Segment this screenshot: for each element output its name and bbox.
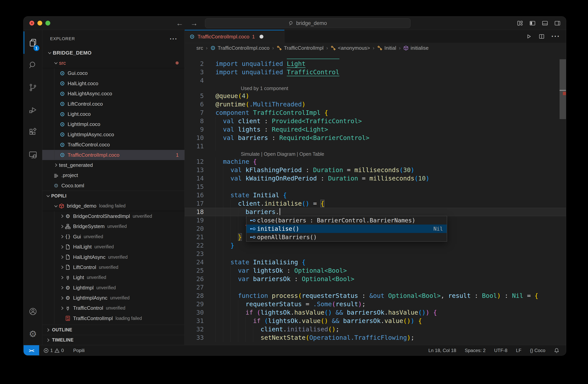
code-line-8[interactable]: 8 val client : Provided<TrafficControl> bbox=[185, 117, 566, 125]
forward-arrow-icon[interactable]: → bbox=[190, 19, 198, 27]
activity-explorer[interactable]: 1 bbox=[23, 31, 42, 54]
tree-item-liftcontrol[interactable]: LiftControlunverified bbox=[42, 262, 185, 272]
code-line-32[interactable]: 32 client.initialised(); bbox=[185, 325, 566, 334]
scrollbar-thumb[interactable] bbox=[560, 59, 566, 119]
tree-item-gui-coco[interactable]: Gui.coco bbox=[42, 68, 185, 78]
run-icon[interactable] bbox=[526, 33, 532, 40]
code-line-31[interactable]: 31 if (lightsOk.value() && barriersOk.va… bbox=[185, 317, 566, 325]
code-line-22[interactable]: 22 } bbox=[185, 241, 566, 250]
code-line-18[interactable]: 18 barriers. bbox=[185, 208, 566, 216]
code-line-23[interactable]: 23 bbox=[185, 250, 566, 258]
code-line-6[interactable]: 6@runtime(.MultiThreaded) bbox=[185, 100, 566, 108]
zoom-window-icon[interactable] bbox=[45, 21, 50, 25]
close-window-icon[interactable] bbox=[29, 21, 34, 25]
code-line-11[interactable]: 11 bbox=[185, 142, 566, 150]
code-line-3[interactable]: 3import unqualified TrafficControl bbox=[185, 68, 566, 76]
tree-item-project[interactable]: .project bbox=[42, 170, 185, 180]
encoding-status[interactable]: UTF-8 bbox=[494, 348, 507, 353]
tree-item-popili[interactable]: POPILI bbox=[42, 191, 185, 201]
tree-item-coco-toml[interactable]: ⚙Coco.toml bbox=[42, 180, 185, 191]
code-line-4[interactable]: 4 bbox=[185, 76, 566, 85]
code-line-28[interactable]: 28 function process(requesterStatus : &o… bbox=[185, 292, 566, 300]
tree-item-liftcontrol-coco[interactable]: LiftControl.coco bbox=[42, 99, 185, 109]
cursor-position-status[interactable]: Ln 18, Col 18 bbox=[428, 348, 456, 353]
code-line-10[interactable]: 10 val barriers : Required<BarrierContro… bbox=[185, 134, 566, 142]
toggle-secondary-sidebar-icon[interactable] bbox=[554, 20, 561, 26]
code-line-30[interactable]: 30 if (lightsOk.hasValue() && barriersOk… bbox=[185, 308, 566, 317]
breadcrumb-item-initial[interactable]: Initial bbox=[377, 45, 396, 51]
activity-source-control[interactable] bbox=[23, 76, 42, 99]
modified-dot-icon[interactable] bbox=[259, 35, 263, 39]
tree-item-light-coco[interactable]: Light.coco bbox=[42, 109, 185, 119]
tree-item-hallight-coco[interactable]: HalLight.coco bbox=[42, 78, 185, 88]
breadcrumb-item-anonymous[interactable]: <anonymous> bbox=[331, 45, 370, 51]
customize-layout-icon[interactable] bbox=[517, 20, 524, 26]
suggestion-openallbarriers[interactable]: openAllBarriers() bbox=[247, 233, 447, 241]
code-line-26[interactable]: 26 var barriersOk : Optional<Bool> bbox=[185, 275, 566, 283]
activity-remote-explorer[interactable] bbox=[23, 144, 42, 166]
breadcrumb-item-trafficcontrolimpl-coco[interactable]: TrafficControlImpl.coco bbox=[210, 45, 270, 51]
indentation-status[interactable]: Spaces: 2 bbox=[465, 348, 486, 353]
codelens[interactable]: Simulate | Open Diagram | Open Table bbox=[185, 150, 566, 157]
timeline-section[interactable]: TIMELINE bbox=[42, 335, 185, 345]
bell-icon[interactable] bbox=[554, 348, 559, 353]
remote-indicator[interactable]: >< bbox=[23, 345, 39, 356]
tree-item-hallight[interactable]: HalLightunverified bbox=[42, 242, 185, 252]
code-editor[interactable]: 2import unqualified Light3import unquali… bbox=[185, 53, 566, 345]
tree-item-trafficcontrol-coco[interactable]: TrafficControl.coco bbox=[42, 140, 185, 150]
tree-item-lightimpl-coco[interactable]: LightImpl.coco bbox=[42, 119, 185, 129]
code-line-13[interactable]: 13 val kFlashingPeriod : Duration = mill… bbox=[185, 166, 566, 174]
minimize-window-icon[interactable] bbox=[37, 21, 42, 25]
code-line-9[interactable]: 9 val lights : Required<Light> bbox=[185, 125, 566, 134]
tree-item-hallightasync-coco[interactable]: HalLightAsync.coco bbox=[42, 89, 185, 99]
activity-accounts[interactable] bbox=[23, 300, 42, 323]
code-line-27[interactable]: 27 bbox=[185, 283, 566, 292]
toggle-panel-icon[interactable] bbox=[542, 20, 548, 26]
code-line-16[interactable]: 16 state Initial { bbox=[185, 191, 566, 199]
tree-item-lightimpl[interactable]: ⚙LightImplunverified bbox=[42, 283, 185, 293]
more-actions-icon[interactable]: ··· bbox=[170, 35, 177, 43]
code-line-33[interactable]: 33 setNextState(Operational.TrafficFlowi… bbox=[185, 334, 566, 342]
tree-item-bridgesystem[interactable]: BridgeSystemunverified bbox=[42, 221, 185, 232]
breadcrumb-item-initialise[interactable]: initialise bbox=[403, 45, 429, 51]
code-line-12[interactable]: 12 machine { bbox=[185, 157, 566, 166]
tree-item-trafficcontrolimpl-coco[interactable]: TrafficControlImpl.coco1 bbox=[42, 150, 185, 160]
code-line-5[interactable]: 5@queue(4) bbox=[185, 92, 566, 100]
breadcrumb-item-trafficcontrolimpl[interactable]: TrafficControlImpl bbox=[277, 45, 324, 51]
suggestion-initialise[interactable]: initialise()Nil bbox=[247, 225, 447, 233]
tree-item-trafficcontrol[interactable]: TrafficControlunverified bbox=[42, 303, 185, 313]
code-line-15[interactable]: 15 bbox=[185, 183, 566, 191]
tree-item-light[interactable]: Lightunverified bbox=[42, 273, 185, 283]
codelens[interactable]: Used by 1 component bbox=[185, 85, 566, 92]
tree-item-gui[interactable]: {}Guiunverified bbox=[42, 232, 185, 242]
tree-item-trafficcontrolimpl[interactable]: 0110TrafficControlImplloading failed bbox=[42, 313, 185, 323]
toggle-primary-sidebar-icon[interactable] bbox=[529, 20, 536, 26]
language-status[interactable]: {} Coco bbox=[530, 348, 545, 353]
code-line-2[interactable]: 2import unqualified Light bbox=[185, 60, 566, 68]
tree-item-test-generated[interactable]: test_generated bbox=[42, 160, 185, 170]
tree-item-lightimplasync[interactable]: ⚙LightImplAsyncunverified bbox=[42, 293, 185, 303]
tree-item-hallightasync[interactable]: HalLightAsyncunverified bbox=[42, 252, 185, 262]
tree-item-lightimplasync-coco[interactable]: LightImplAsync.coco bbox=[42, 129, 185, 140]
code-line-29[interactable]: 29 requesterStatus = .Some(result); bbox=[185, 300, 566, 308]
code-line-1[interactable] bbox=[185, 53, 566, 60]
split-editor-icon[interactable] bbox=[539, 33, 545, 40]
tab-trafficcontrolimpl-coco[interactable]: TrafficControlImpl.coco 1 bbox=[185, 30, 284, 43]
activity-search[interactable] bbox=[23, 54, 42, 76]
command-center-search[interactable]: bridge_demo bbox=[205, 18, 411, 28]
back-arrow-icon[interactable]: ← bbox=[176, 19, 183, 27]
problems-status[interactable]: 1 0 bbox=[43, 348, 64, 353]
breadcrumb-item-src[interactable]: src bbox=[196, 45, 203, 51]
popili-status[interactable]: Popili bbox=[73, 348, 85, 353]
code-line-24[interactable]: 24 state Initialising { bbox=[185, 258, 566, 266]
tree-item-src[interactable]: src bbox=[42, 58, 185, 68]
tree-item-bridgecontrolsharedimpl[interactable]: ⚙BridgeControlSharedImplunverified bbox=[42, 211, 185, 221]
tree-item-bridge-demo[interactable]: BRIDGE_DEMO bbox=[42, 48, 185, 58]
outline-section[interactable]: OUTLINE bbox=[42, 325, 185, 335]
code-line-7[interactable]: 7component TrafficControlImpl { bbox=[185, 108, 566, 117]
activity-settings[interactable]: ⚙ bbox=[23, 323, 42, 345]
code-line-25[interactable]: 25 var lightsOk : Optional<Bool> bbox=[185, 266, 566, 275]
suggestion-close[interactable]: close(barriers : BarrierControl.BarrierN… bbox=[247, 216, 447, 225]
activity-extensions[interactable] bbox=[23, 121, 42, 144]
activity-run-debug[interactable] bbox=[23, 99, 42, 121]
